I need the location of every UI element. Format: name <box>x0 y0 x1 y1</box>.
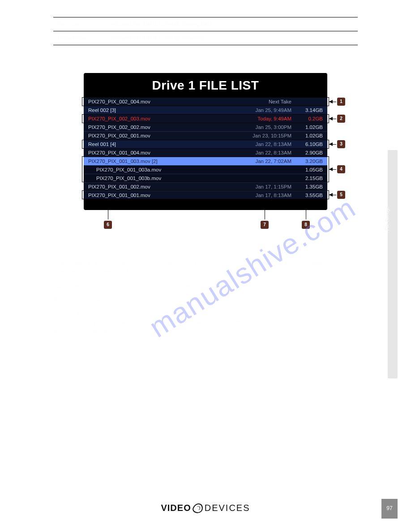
file-row[interactable]: PIX270_PIX_001_003a.mov1.05GB <box>84 165 327 174</box>
file-size: 3.20GB <box>291 159 323 164</box>
file-name: Reel 002 [3] <box>88 107 243 113</box>
screen-title: Drive 1 FILE LIST <box>84 73 327 97</box>
tbl-val: Indicates file that is currently recordi… <box>107 31 358 45</box>
file-name: PIX270_PIX_001_003b.mov <box>96 176 243 181</box>
paragraph: From the File List's main view, highligh… <box>53 310 358 336</box>
file-row[interactable]: PIX270_PIX_001_003.mov [2]Jan 22, 7:02AM… <box>84 157 327 165</box>
tip-paragraph: Tip While in the File List, pressing MEN… <box>53 282 358 291</box>
callout-marker: 4 <box>337 165 345 173</box>
arrow-up-icon <box>265 201 265 219</box>
file-date: Jan 22, 8:13AM <box>243 150 291 155</box>
file-row[interactable]: PIX270_PIX_002_001.movJan 23, 10:15PM1.0… <box>84 131 327 140</box>
file-name: PIX270_PIX_001_004.mov <box>88 150 243 155</box>
tip-text-lead: While in the File List, pressing <box>65 283 140 289</box>
tbl-val: Indicates file that is currently playing… <box>107 17 358 31</box>
file-list-figure: Drive 1 FILE LIST PIX270_PIX_002_004.mov… <box>68 73 342 210</box>
tbl-key: Play Icon <box>53 17 107 31</box>
device-screen: Drive 1 FILE LIST PIX270_PIX_002_004.mov… <box>84 73 327 210</box>
file-name: Reel 001 [4] <box>88 142 243 147</box>
file-size: 6.10GB <box>291 142 323 147</box>
page-footer: VIDEO DEVICES <box>0 503 411 513</box>
callout-marker: 6 <box>104 221 112 229</box>
swirl-icon <box>191 502 204 514</box>
file-date: Jan 25, 9:49AM <box>243 107 291 113</box>
file-date: Next Take <box>243 99 291 104</box>
file-row[interactable]: Reel 001 [4]Jan 22, 8:13AM6.10GB <box>84 140 327 148</box>
paragraph: While in the File list, you may return t… <box>53 259 358 277</box>
tip-label: Tip <box>53 282 62 291</box>
file-row[interactable]: Reel 002 [3]Jan 25, 9:49AM3.14GB <box>84 106 327 114</box>
file-rows-container: PIX270_PIX_002_004.movNext TakeReel 002 … <box>84 97 327 199</box>
file-name: PIX270_PIX_001_003.mov [2] <box>88 159 243 164</box>
brand-logo: VIDEO DEVICES <box>161 503 250 513</box>
file-name: PIX270_PIX_002_003.mov <box>88 116 243 121</box>
file-date: Jan 25, 3:00PM <box>243 124 291 130</box>
file-name: PIX270_PIX_002_002.mov <box>88 124 243 130</box>
file-size: 1.02GB <box>291 133 323 138</box>
page-number: 97 <box>381 499 398 511</box>
file-row[interactable]: PIX270_PIX_002_003.movToday, 9:49AM0.2GB <box>84 114 327 123</box>
callout-marker: 3 <box>337 140 345 148</box>
arrow-up-icon <box>306 201 306 219</box>
file-name: PIX270_PIX_002_004.mov <box>88 99 243 104</box>
callout-marker: 7 <box>261 221 269 229</box>
arrow-up-icon <box>108 201 108 219</box>
tip-text-rest: MENU will open the main Menu screen. <box>141 283 240 289</box>
file-date: Today, 9:49AM <box>243 116 291 121</box>
icon-description-table: Play Icon Indicates file that is current… <box>53 17 358 45</box>
figure-caption: The following figure depicts an example … <box>78 59 384 65</box>
file-row[interactable]: PIX270_PIX_001_004.movJan 22, 8:13AM2.90… <box>84 148 327 157</box>
file-date: Jan 17, 1:15PM <box>243 184 291 189</box>
file-name: PIX270_PIX_001_003a.mov <box>96 167 243 172</box>
brand-text-b: DEVICES <box>205 503 250 513</box>
file-name: PIX270_PIX_001_001.mov <box>88 193 243 198</box>
side-tab-label: File Storage <box>385 206 390 231</box>
callout-marker: 2 <box>337 115 345 123</box>
callout-marker: 8 <box>302 221 310 229</box>
file-row[interactable]: PIX270_PIX_001_003b.mov2.15GB <box>84 174 327 182</box>
file-size: 3.14GB <box>291 107 323 113</box>
file-date: Jan 17, 8:13AM <box>243 193 291 198</box>
file-size: 2.15GB <box>291 176 323 181</box>
callout-marker: 5 <box>337 191 345 199</box>
file-row[interactable]: PIX270_PIX_001_002.movJan 17, 1:15PM1.35… <box>84 182 327 191</box>
side-tab: File Storage <box>388 150 398 378</box>
file-date: Jan 22, 8:13AM <box>243 142 291 147</box>
file-size: 2.90GB <box>291 150 323 155</box>
file-name: PIX270_PIX_002_001.mov <box>88 133 243 138</box>
page-number-tab: 97 <box>381 499 398 519</box>
file-size: 3.55GB <box>291 193 323 198</box>
file-size: 1.02GB <box>291 124 323 130</box>
file-row[interactable]: PIX270_PIX_002_004.movNext Take <box>84 97 327 106</box>
callout-marker: 1 <box>337 98 345 106</box>
file-date: Jan 23, 10:15PM <box>243 133 291 138</box>
file-size: 1.05GB <box>291 167 323 172</box>
brand-text-a: VIDEO <box>161 503 191 513</box>
file-size: 0.2GB <box>291 116 323 121</box>
file-date: Jan 22, 7:02AM <box>243 159 291 164</box>
section-heading: Take Details Screen <box>53 296 358 305</box>
file-row[interactable]: PIX270_PIX_001_001.movJan 17, 8:13AM3.55… <box>84 191 327 199</box>
file-name: PIX270_PIX_001_002.mov <box>88 184 243 189</box>
body-text: While in the File list, you may return t… <box>53 259 358 336</box>
file-row[interactable]: PIX270_PIX_002_002.movJan 25, 3:00PM1.02… <box>84 123 327 131</box>
file-size: 1.35GB <box>291 184 323 189</box>
tbl-key: Record Icon <box>53 31 107 45</box>
